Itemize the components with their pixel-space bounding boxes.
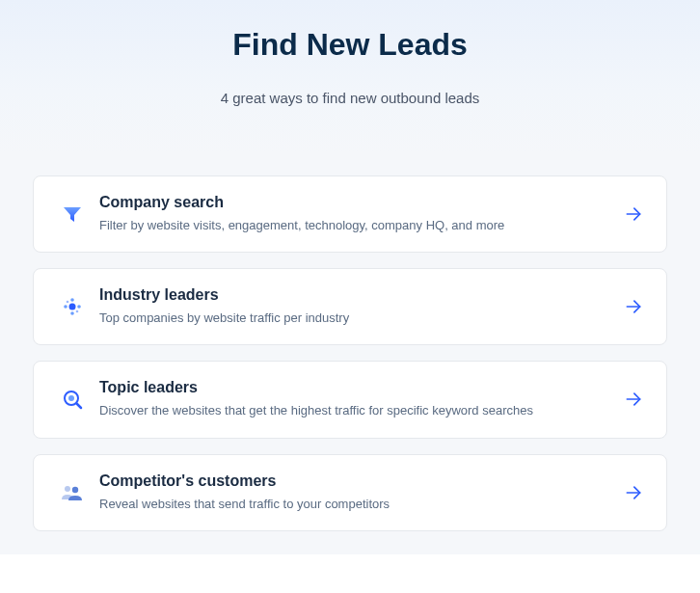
card-title: Industry leaders [99, 286, 612, 304]
card-description: Reveal websites that send traffic to you… [99, 496, 612, 513]
arrow-right-icon [624, 204, 643, 224]
svg-point-4 [70, 298, 74, 302]
card-competitors-customers[interactable]: Competitor's customers Reveal websites t… [33, 454, 667, 531]
arrow-right-icon [624, 297, 643, 316]
svg-line-11 [77, 404, 82, 409]
card-title: Company search [99, 194, 612, 211]
users-icon [51, 481, 94, 504]
page-title: Find New Leads [19, 27, 681, 63]
network-icon [51, 295, 94, 318]
card-company-search[interactable]: Company search Filter by website visits,… [33, 175, 667, 253]
svg-point-14 [72, 486, 78, 492]
svg-point-13 [65, 486, 70, 492]
card-title: Topic leaders [99, 379, 612, 396]
svg-point-2 [64, 305, 67, 309]
arrow-right-icon [624, 390, 643, 409]
card-title: Competitor's customers [99, 472, 612, 490]
magnify-icon [51, 388, 94, 411]
content-area: Company search Filter by website visits,… [0, 152, 700, 554]
svg-point-1 [69, 304, 76, 310]
card-description: Top companies by website traffic per ind… [99, 310, 612, 327]
arrow-right-icon [624, 483, 643, 502]
svg-point-10 [68, 395, 74, 401]
card-industry-leaders[interactable]: Industry leaders Top companies by websit… [33, 268, 667, 345]
card-topic-leaders[interactable]: Topic leaders Discover the websites that… [33, 361, 667, 438]
card-description: Filter by website visits, engagement, te… [99, 217, 612, 234]
hero-section: Find New Leads 4 great ways to find new … [0, 0, 700, 152]
svg-point-3 [77, 305, 81, 309]
funnel-icon [51, 202, 94, 226]
page-subtitle: 4 great ways to find new outbound leads [19, 90, 681, 106]
svg-point-6 [67, 301, 69, 304]
svg-point-5 [70, 311, 74, 315]
svg-point-7 [76, 310, 79, 313]
card-description: Discover the websites that get the highe… [99, 402, 612, 419]
